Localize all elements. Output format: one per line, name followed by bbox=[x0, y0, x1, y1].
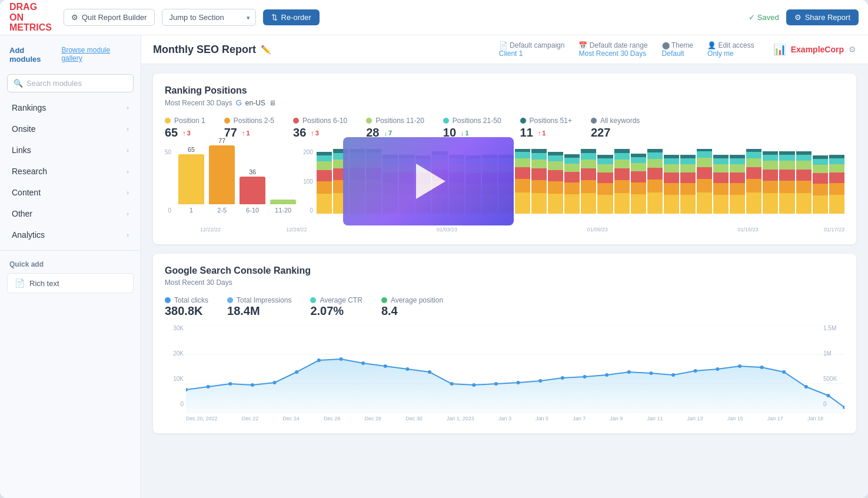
ranking-metric-pos1120: Positions 11-20 28 ↓7 bbox=[366, 117, 424, 140]
stacked-bar-segment bbox=[829, 158, 844, 164]
nav-analytics[interactable]: Analytics › bbox=[2, 225, 138, 245]
rankings-metrics: Position 1 65 ↑3 Positions 2-5 77 ↑1 bbox=[165, 117, 844, 140]
stacked-bar-segment bbox=[515, 152, 530, 158]
stacked-bar-col bbox=[713, 155, 729, 214]
date-range-meta: 📅 Default date range Most Recent 30 Days bbox=[578, 41, 647, 58]
chevron-right-icon: › bbox=[127, 125, 129, 132]
stacked-bar-segment bbox=[829, 172, 844, 183]
quick-add-label: Quick add bbox=[0, 255, 141, 271]
y-label-right: 0 bbox=[823, 401, 844, 407]
stacked-bar-segment bbox=[746, 167, 761, 179]
stacked-bar-segment bbox=[697, 192, 712, 214]
quick-add-rich-text[interactable]: 📄 Rich text bbox=[7, 273, 134, 293]
stacked-bar-segment bbox=[763, 155, 778, 161]
stacked-bar-segment bbox=[779, 161, 794, 170]
report-title: Monthly SEO Report ✏️ bbox=[153, 44, 271, 56]
stacked-bar-col bbox=[581, 149, 596, 214]
y-label: 20K bbox=[165, 350, 184, 357]
company-logo-area: 📊 ExampleCorp ⚙ bbox=[773, 43, 856, 56]
stacked-bar-segment bbox=[680, 164, 696, 172]
nav-links[interactable]: Links › bbox=[2, 140, 138, 160]
bar-pos610: 36 6-10 bbox=[240, 168, 265, 214]
stacked-bar-segment bbox=[531, 149, 547, 153]
nav-onsite[interactable]: Onsite › bbox=[2, 119, 138, 139]
arrow-up-icon: ↑ bbox=[182, 130, 186, 137]
stacked-bar-segment bbox=[796, 155, 812, 161]
stacked-bar-segment bbox=[548, 181, 563, 194]
nav-other[interactable]: Other › bbox=[2, 204, 138, 224]
nav-research[interactable]: Research › bbox=[2, 161, 138, 181]
arrow-down-icon: ↓ bbox=[384, 130, 387, 137]
stacked-bar-col bbox=[614, 149, 630, 214]
stacked-bar-segment bbox=[779, 170, 794, 181]
y-label: 0 bbox=[165, 401, 184, 407]
stacked-bar-segment bbox=[564, 172, 580, 182]
stacked-bar-col bbox=[531, 149, 547, 214]
search-box[interactable]: 🔍 bbox=[7, 74, 134, 92]
stacked-bar-segment bbox=[796, 181, 812, 193]
stacked-bar-segment bbox=[531, 193, 547, 214]
stacked-bar-col bbox=[829, 155, 844, 214]
stacked-bar-segment bbox=[680, 183, 696, 195]
svg-point-9 bbox=[295, 370, 298, 374]
ranking-metric-pos51: Positions 51+ 11 ↑1 bbox=[520, 117, 572, 140]
stacked-bar-col bbox=[746, 149, 761, 214]
y-axis-label: 50 bbox=[165, 149, 171, 155]
stacked-bar-segment bbox=[581, 180, 596, 193]
share-button[interactable]: ⚙ Share Report bbox=[786, 9, 859, 25]
document-icon: 📄 bbox=[15, 278, 25, 288]
svg-point-15 bbox=[428, 370, 431, 374]
stacked-bar-segment bbox=[548, 161, 563, 170]
stacked-bar-segment bbox=[746, 179, 761, 192]
bar-pos25: 77 2-5 bbox=[209, 137, 235, 214]
settings-icon[interactable]: ⚙ bbox=[849, 45, 856, 54]
stacked-bar-segment bbox=[614, 160, 630, 168]
sidebar: Add modules Browse module gallery 🔍 Rank… bbox=[0, 35, 141, 498]
stacked-bar-segment bbox=[647, 159, 663, 168]
svg-point-32 bbox=[804, 385, 808, 389]
jump-to-section-select[interactable]: Jump to Section bbox=[162, 9, 256, 26]
app-header: DRAGONMETRICS ⚙ Quit Report Builder Jump… bbox=[0, 0, 868, 35]
video-overlay[interactable] bbox=[343, 137, 514, 225]
stacked-bar-segment bbox=[779, 181, 794, 193]
browse-gallery-link[interactable]: Browse module gallery bbox=[61, 46, 131, 64]
x-axis-labels: Dec 20, 2022 Dec 22 Dec 24 Dec 26 Dec 28… bbox=[186, 416, 844, 421]
nav-content[interactable]: Content › bbox=[2, 182, 138, 202]
stacked-bar-col bbox=[779, 151, 794, 214]
stacked-bar-segment bbox=[581, 153, 596, 160]
access-meta: 👤 Edit access Only me bbox=[707, 41, 754, 58]
ranking-metric-all: All keywords 227 bbox=[591, 117, 640, 140]
stacked-bar-segment bbox=[664, 172, 679, 183]
stacked-bar-segment bbox=[564, 158, 580, 164]
stacked-bar-segment bbox=[631, 182, 646, 194]
svg-point-8 bbox=[273, 381, 277, 384]
nav-rankings[interactable]: Rankings › bbox=[2, 98, 138, 118]
stacked-bar-col bbox=[813, 155, 828, 214]
svg-point-29 bbox=[738, 364, 741, 368]
edit-icon[interactable]: ✏️ bbox=[261, 45, 271, 54]
stacked-bar-segment bbox=[317, 181, 332, 194]
y-label: 10K bbox=[165, 376, 184, 382]
stacked-bar-segment bbox=[813, 195, 828, 214]
arrow-up-icon: ↑ bbox=[538, 130, 541, 137]
stacked-bar-segment bbox=[813, 184, 828, 195]
stacked-bar-segment bbox=[564, 164, 580, 172]
stacked-bar-segment bbox=[763, 193, 778, 214]
svg-point-31 bbox=[782, 370, 786, 374]
search-input[interactable] bbox=[26, 79, 127, 88]
stacked-bar-segment bbox=[597, 172, 613, 183]
stacked-bar-segment bbox=[796, 161, 812, 170]
stacked-bar-segment bbox=[730, 195, 745, 214]
stacked-bar-col bbox=[548, 152, 563, 214]
stacked-bar-segment bbox=[515, 158, 530, 167]
bar-pos1: 65 1 bbox=[178, 146, 204, 214]
stacked-bar-segment bbox=[631, 157, 646, 163]
reorder-button[interactable]: ⇅ Re-order bbox=[263, 9, 320, 25]
stacked-bar-segment bbox=[614, 180, 630, 193]
stacked-bar-segment bbox=[713, 183, 729, 195]
bar-chart: 65 1 77 2-5 bbox=[178, 149, 296, 225]
stacked-bar-segment bbox=[713, 158, 729, 164]
quit-button[interactable]: ⚙ Quit Report Builder bbox=[64, 9, 155, 26]
stacked-bar-segment bbox=[664, 195, 679, 214]
stacked-bar-segment bbox=[631, 171, 646, 182]
